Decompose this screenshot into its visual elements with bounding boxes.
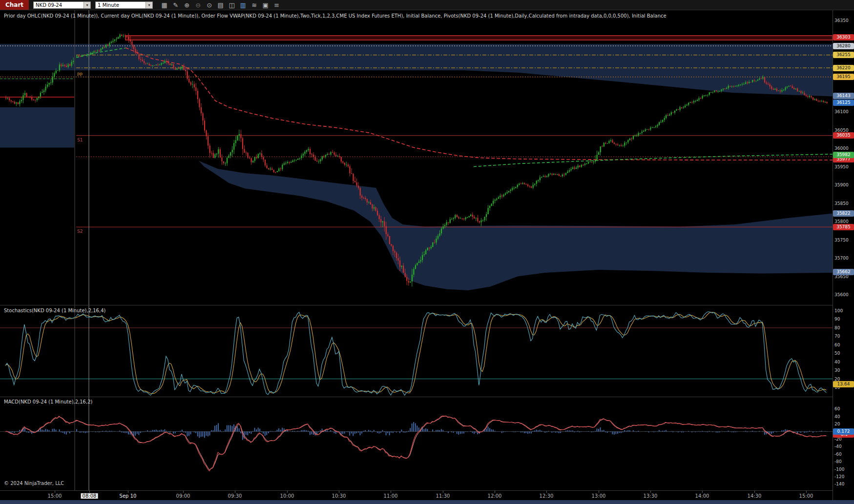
interval-select[interactable]: 1 Minute ▾ — [95, 1, 153, 9]
main-price-panel — [0, 33, 833, 290]
chevron-down-icon[interactable]: ▾ — [146, 2, 152, 8]
prior-day-block — [0, 107, 74, 148]
interval-value: 1 Minute — [98, 2, 119, 8]
pivot-label-s2: S2 — [77, 229, 83, 234]
axis-tick: 35950 — [834, 164, 849, 169]
time-tick — [443, 491, 443, 493]
time-label: Sep 10 — [120, 493, 137, 499]
chart-trader-icon[interactable]: ◫ — [226, 0, 237, 10]
time-tick — [599, 491, 599, 493]
time-label: 14:30 — [748, 493, 762, 499]
bar-chart-icon[interactable]: ▥ — [237, 0, 249, 10]
line-tool-icon[interactable]: ≋ — [249, 0, 260, 10]
toolbar-icons: ▦✎⊕⊖⊙▤◫▥≋▣≡ — [159, 0, 282, 10]
horizontal-scrollbar[interactable] — [0, 500, 854, 504]
axis-tick: 36350 — [834, 18, 849, 23]
crosshair-time-label: 08:08 — [81, 493, 98, 499]
copyright-label: © 2024 NinjaTrader, LLC — [4, 481, 64, 486]
chart-canvas[interactable] — [0, 0, 854, 504]
axis-tick: 50 — [834, 351, 840, 356]
price-badge: 36143 — [833, 93, 854, 99]
stochastics-panel — [0, 312, 833, 395]
macd-panel — [0, 416, 833, 471]
time-tick — [391, 491, 391, 493]
chart-tab[interactable]: Chart — [0, 0, 29, 10]
time-label: 09:30 — [228, 493, 242, 499]
chevron-down-icon[interactable]: ▾ — [83, 2, 90, 8]
axis-tick: 30 — [834, 368, 840, 373]
time-tick — [650, 491, 651, 493]
axis-tick: 60 — [834, 406, 840, 411]
time-tick — [235, 491, 235, 493]
price-badge: 35785 — [833, 224, 854, 230]
initial-balance-strip — [0, 44, 833, 96]
time-tick — [339, 491, 339, 493]
axis-tick: 40 — [834, 360, 840, 364]
instrument-select[interactable]: NKD 09-24 ▾ — [33, 1, 91, 9]
axis-tick: 35850 — [834, 201, 849, 206]
axis-tick: -120 — [834, 474, 844, 479]
chart-columns-icon[interactable]: ▦ — [159, 0, 170, 10]
price-badge: 36125 — [833, 100, 854, 106]
panel-separator[interactable] — [0, 397, 854, 397]
zoom-in-icon[interactable]: ⊕ — [181, 0, 192, 10]
time-label: 09:00 — [176, 493, 190, 499]
pivot-label-s1: S1 — [77, 138, 83, 142]
price-badge: 36255 — [833, 52, 854, 58]
stochastics-label: Stochastics(NKD 09-24 (1 Minute),2,16,4) — [4, 308, 105, 313]
axis-tick: 35700 — [834, 256, 849, 261]
axis-tick: 36100 — [834, 109, 849, 114]
axis-tick: -140 — [834, 482, 844, 486]
time-tick — [183, 491, 184, 493]
axis-tick: 35750 — [834, 238, 849, 242]
time-label: 13:00 — [592, 493, 606, 499]
zoom-out-icon[interactable]: ⊖ — [192, 0, 204, 10]
axis-tick: 100 — [834, 308, 843, 313]
time-tick — [287, 491, 288, 493]
macd-label: MACD(NKD 09-24 (1 Minute),2,16,2) — [4, 399, 92, 404]
time-label: 11:00 — [384, 493, 398, 499]
pivot-label-pp: PP — [77, 72, 83, 77]
axis-tick: -100 — [834, 467, 844, 472]
time-label: 10:30 — [332, 493, 346, 499]
axis-tick: 40 — [834, 414, 840, 419]
axis-tick: 70 — [834, 334, 840, 339]
price-badge: 35822 — [833, 210, 854, 217]
price-badge: 36280 — [833, 43, 854, 49]
time-label: 15:00 — [48, 493, 62, 499]
time-label: 14:00 — [695, 493, 709, 499]
time-tick — [546, 491, 547, 493]
time-label: 12:00 — [488, 493, 502, 499]
price-badge: 13.64 — [833, 381, 854, 387]
price-axis[interactable]: 3635036100360503600035950359003585035800… — [833, 0, 854, 504]
time-tick — [754, 491, 755, 493]
report-icon[interactable]: ▤ — [215, 0, 226, 10]
panel-separator[interactable] — [0, 305, 854, 305]
macd-line — [5, 416, 826, 471]
price-badge: 36195 — [833, 74, 854, 80]
macd-avg-line — [5, 416, 826, 470]
axis-tick: 35900 — [834, 182, 849, 187]
stoch-d-line — [5, 312, 826, 394]
axis-tick: 90 — [834, 317, 840, 322]
initial-balance-high-zone — [125, 36, 833, 40]
properties-icon[interactable]: ≡ — [271, 0, 282, 10]
time-tick — [55, 491, 55, 493]
price-badge: 35662 — [833, 269, 854, 275]
data-box-icon[interactable]: ▣ — [260, 0, 271, 10]
time-tick — [89, 491, 90, 493]
time-axis[interactable]: 15:0008:08Sep 1009:0009:3010:0010:3011:0… — [0, 490, 833, 501]
time-tick — [806, 491, 807, 493]
time-label: 15:00 — [799, 493, 813, 499]
vwap-band — [199, 161, 833, 291]
time-tick — [495, 491, 495, 493]
price-badge: 35982 — [833, 152, 854, 158]
globe-icon[interactable]: ⊙ — [204, 0, 215, 10]
axis-tick: 20 — [834, 377, 840, 382]
main-indicator-label: Prior day OHLC(NKD 09-24 (1 Minute)), Cu… — [4, 13, 667, 19]
toolbar: Chart NKD 09-24 ▾ 1 Minute ▾ ▦✎⊕⊖⊙▤◫▥≋▣≡ — [0, 0, 854, 10]
ninjatrader-chart-window: Chart NKD 09-24 ▾ 1 Minute ▾ ▦✎⊕⊖⊙▤◫▥≋▣≡… — [0, 0, 854, 504]
axis-tick: 36050 — [834, 128, 849, 133]
pencil-icon[interactable]: ✎ — [170, 0, 181, 10]
instrument-value: NKD 09-24 — [36, 2, 62, 8]
